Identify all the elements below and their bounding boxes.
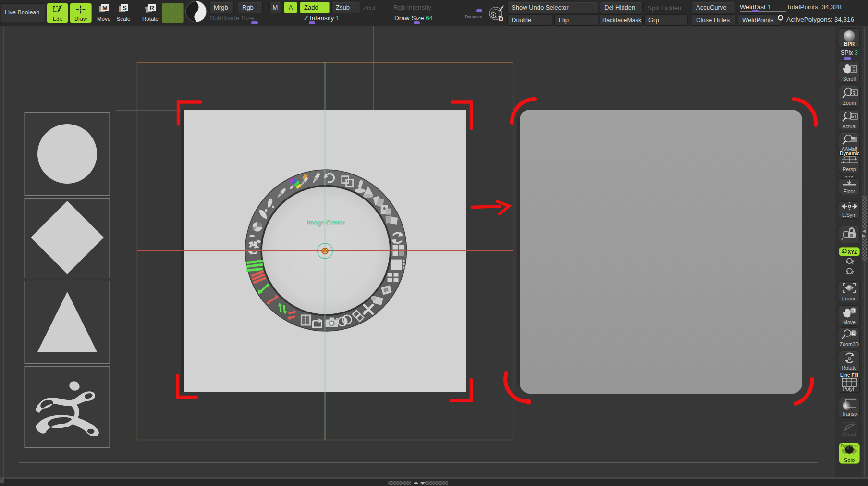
- svg-text:Image Center: Image Center: [307, 219, 345, 226]
- svg-text:R: R: [150, 4, 155, 12]
- svg-text:M: M: [102, 4, 108, 12]
- svg-text:Z: Z: [851, 270, 854, 275]
- svg-text:Y: Y: [851, 260, 855, 265]
- svg-text:x1: x1: [852, 114, 856, 119]
- svg-text:S: S: [122, 4, 127, 12]
- svg-text:XYZ: XYZ: [848, 249, 857, 255]
- svg-text:D: D: [499, 15, 503, 23]
